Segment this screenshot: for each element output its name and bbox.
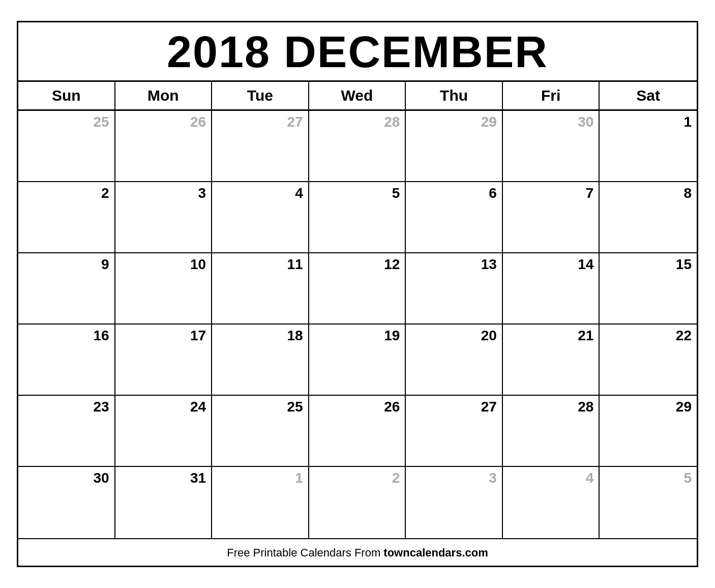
- cell-number: 2: [314, 470, 400, 486]
- calendar-cell: 10: [115, 253, 213, 325]
- cell-number: 21: [508, 328, 594, 344]
- footer-site: towncalendars.com: [383, 546, 488, 559]
- cell-number: 25: [23, 114, 109, 130]
- cell-number: 20: [411, 328, 497, 344]
- cell-number: 4: [508, 470, 594, 486]
- calendar-cell: 3: [406, 467, 503, 538]
- footer-text: Free Printable Calendars From: [227, 546, 383, 559]
- calendar-cell: 8: [600, 182, 697, 253]
- day-header-mon: Mon: [115, 82, 213, 109]
- cell-number: 9: [23, 256, 109, 273]
- cell-number: 15: [605, 256, 692, 273]
- calendar-cell: 4: [212, 182, 309, 253]
- calendar-cell: 25: [18, 111, 115, 182]
- calendar-cell: 19: [309, 325, 406, 396]
- calendar-cell: 15: [600, 253, 697, 325]
- cell-number: 5: [314, 185, 400, 201]
- cell-number: 30: [508, 114, 594, 130]
- day-header-tue: Tue: [212, 82, 309, 109]
- day-header-sun: Sun: [18, 82, 115, 109]
- calendar-cell: 4: [503, 467, 600, 538]
- cell-number: 31: [121, 470, 206, 486]
- calendar: 2018 DECEMBER SunMonTueWedThuFriSat 2526…: [17, 21, 698, 568]
- calendar-cell: 22: [600, 325, 697, 396]
- calendar-cell: 12: [309, 253, 406, 325]
- cell-number: 23: [23, 399, 109, 415]
- cell-number: 26: [314, 399, 400, 415]
- calendar-grid: 2526272829301234567891011121314151617181…: [18, 111, 697, 538]
- calendar-cell: 21: [503, 325, 600, 396]
- calendar-cell: 5: [309, 182, 406, 253]
- cell-number: 3: [121, 185, 206, 201]
- calendar-cell: 5: [600, 467, 697, 538]
- calendar-cell: 3: [115, 182, 213, 253]
- calendar-cell: 27: [212, 111, 309, 182]
- calendar-cell: 31: [115, 467, 213, 538]
- calendar-cell: 28: [309, 111, 406, 182]
- cell-number: 30: [23, 470, 109, 486]
- calendar-cell: 14: [503, 253, 600, 325]
- cell-number: 17: [121, 328, 206, 344]
- calendar-cell: 6: [406, 182, 503, 253]
- cell-number: 14: [508, 256, 594, 273]
- calendar-cell: 26: [115, 111, 213, 182]
- cell-number: 28: [508, 399, 594, 415]
- calendar-cell: 17: [115, 325, 213, 396]
- cell-number: 26: [121, 114, 206, 130]
- cell-number: 27: [411, 399, 497, 415]
- calendar-cell: 27: [406, 396, 503, 467]
- calendar-cell: 13: [406, 253, 503, 325]
- day-header-wed: Wed: [309, 82, 406, 109]
- cell-number: 1: [605, 114, 692, 130]
- calendar-cell: 25: [212, 396, 309, 467]
- cell-number: 3: [411, 470, 497, 486]
- calendar-cell: 30: [18, 467, 115, 538]
- cell-number: 25: [217, 399, 303, 415]
- cell-number: 16: [23, 328, 109, 344]
- day-headers: SunMonTueWedThuFriSat: [18, 82, 697, 111]
- day-header-sat: Sat: [600, 82, 697, 109]
- cell-number: 1: [217, 470, 303, 486]
- calendar-cell: 2: [309, 467, 406, 538]
- cell-number: 29: [411, 114, 497, 130]
- calendar-cell: 29: [406, 111, 503, 182]
- cell-number: 28: [314, 114, 400, 130]
- calendar-cell: 2: [18, 182, 115, 253]
- calendar-cell: 1: [212, 467, 309, 538]
- cell-number: 18: [217, 328, 303, 344]
- cell-number: 5: [605, 470, 692, 486]
- calendar-title: 2018 DECEMBER: [18, 22, 697, 82]
- cell-number: 2: [23, 185, 109, 201]
- calendar-cell: 24: [115, 396, 213, 467]
- day-header-thu: Thu: [406, 82, 503, 109]
- calendar-cell: 1: [600, 111, 697, 182]
- cell-number: 8: [605, 185, 692, 201]
- calendar-cell: 9: [18, 253, 115, 325]
- cell-number: 24: [121, 399, 206, 415]
- calendar-cell: 16: [18, 325, 115, 396]
- cell-number: 13: [411, 256, 497, 273]
- calendar-cell: 7: [503, 182, 600, 253]
- calendar-cell: 30: [503, 111, 600, 182]
- calendar-cell: 23: [18, 396, 115, 467]
- calendar-cell: 20: [406, 325, 503, 396]
- calendar-cell: 11: [212, 253, 309, 325]
- calendar-cell: 18: [212, 325, 309, 396]
- cell-number: 11: [217, 256, 303, 273]
- cell-number: 27: [217, 114, 303, 130]
- cell-number: 10: [121, 256, 206, 273]
- day-header-fri: Fri: [503, 82, 600, 109]
- calendar-cell: 29: [600, 396, 697, 467]
- calendar-footer: Free Printable Calendars From towncalend…: [18, 538, 697, 566]
- cell-number: 29: [605, 399, 692, 415]
- calendar-cell: 28: [503, 396, 600, 467]
- cell-number: 6: [411, 185, 497, 201]
- cell-number: 4: [217, 185, 303, 201]
- calendar-cell: 26: [309, 396, 406, 467]
- cell-number: 12: [314, 256, 400, 273]
- cell-number: 22: [605, 328, 692, 344]
- cell-number: 19: [314, 328, 400, 344]
- cell-number: 7: [508, 185, 594, 201]
